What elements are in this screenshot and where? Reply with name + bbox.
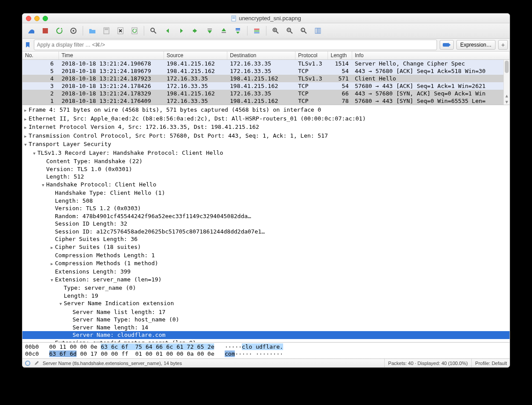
capture-options-icon[interactable] <box>67 25 80 36</box>
expand-toggle-icon[interactable] <box>22 115 29 124</box>
tree-row[interactable]: Length: 508 <box>22 197 510 205</box>
packet-row[interactable]: 62018-10-18 13:21:24.190678198.41.215.16… <box>22 60 510 67</box>
tree-label: Internet Protocol Version 4, Src: 172.16… <box>29 123 259 131</box>
col-no[interactable]: No. <box>22 51 59 59</box>
packet-row[interactable]: 42018-10-18 13:21:24.187923172.16.33.351… <box>22 75 510 82</box>
save-file-icon[interactable] <box>100 25 113 36</box>
tree-row[interactable]: Transmission Control Protocol, Src Port:… <box>22 132 510 141</box>
svg-rect-25 <box>315 28 317 33</box>
add-filter-button[interactable]: + <box>498 40 508 50</box>
tree-row[interactable]: Extension: extended_master_secret (len=0… <box>22 339 510 343</box>
tree-row[interactable]: Session ID Length: 32 <box>22 220 510 228</box>
tree-row[interactable]: Handshake Type: Client Hello (1) <box>22 189 510 197</box>
stop-capture-icon[interactable] <box>39 25 51 36</box>
colorize-icon[interactable] <box>251 25 263 36</box>
packet-details-pane[interactable]: Frame 4: 571 bytes on wire (4568 bits), … <box>22 105 510 342</box>
zoom-out-icon[interactable] <box>284 25 296 36</box>
status-profile-text[interactable]: Profile: Default <box>471 359 507 367</box>
status-field-text: Server Name (tls.handshake.extensions_se… <box>43 361 182 366</box>
expression-button[interactable]: Expression… <box>456 40 496 50</box>
tree-label: Frame 4: 571 bytes on wire (4568 bits), … <box>29 106 321 114</box>
reload-file-icon[interactable] <box>128 25 141 36</box>
packet-row[interactable]: 52018-10-18 13:21:24.189679198.41.215.16… <box>22 67 510 75</box>
tree-row[interactable]: Content Type: Handshake (22) <box>22 157 510 165</box>
apply-filter-button[interactable] <box>440 40 454 50</box>
expand-toggle-icon[interactable] <box>40 181 46 190</box>
tree-row[interactable]: Length: 512 <box>22 173 510 181</box>
expand-toggle-icon[interactable] <box>22 106 29 115</box>
packet-list-body[interactable]: 62018-10-18 13:21:24.190678198.41.215.16… <box>22 60 510 105</box>
col-info[interactable]: Info <box>352 51 510 59</box>
auto-scroll-icon[interactable] <box>232 25 244 36</box>
tree-row[interactable]: Frame 4: 571 bytes on wire (4568 bits), … <box>22 106 510 115</box>
close-file-icon[interactable] <box>114 25 127 36</box>
restart-capture-icon[interactable] <box>53 25 66 36</box>
tree-row[interactable]: Server Name: cloudflare.com <box>22 331 510 339</box>
expand-toggle-icon[interactable] <box>49 259 55 268</box>
tree-row[interactable]: Session ID: a12c7576458ade20625bc51705c8… <box>22 228 510 236</box>
expand-toggle-icon[interactable] <box>22 140 29 149</box>
tree-row[interactable]: TLSv1.3 Record Layer: Handshake Protocol… <box>22 149 510 158</box>
tree-row[interactable]: Extension: server_name (len=19) <box>22 276 510 285</box>
packet-row[interactable]: 32018-10-18 13:21:24.178426172.16.33.351… <box>22 82 510 90</box>
tree-row[interactable]: Server Name Indication extension <box>22 299 510 308</box>
scroll-down-icon[interactable]: ▼ <box>504 99 510 105</box>
go-forward-icon[interactable] <box>175 25 188 36</box>
go-first-icon[interactable] <box>204 25 216 36</box>
col-source[interactable]: Source <box>164 51 227 59</box>
go-last-icon[interactable] <box>218 25 230 36</box>
tree-row[interactable]: Transport Layer Security <box>22 140 510 149</box>
col-dest[interactable]: Destination <box>227 51 295 59</box>
go-back-icon[interactable] <box>161 25 174 36</box>
tree-row[interactable]: Type: server_name (0) <box>22 284 510 292</box>
tree-label: Type: server_name (0) <box>64 284 136 292</box>
zoom-in-icon[interactable] <box>270 25 282 36</box>
scroll-up-icon[interactable]: ▲ <box>504 92 510 99</box>
tree-row[interactable]: Extensions Length: 399 <box>22 268 510 276</box>
packet-list-scrollbar[interactable]: ▲ ▼ <box>503 60 510 105</box>
zoom-reset-icon[interactable]: 1 <box>298 25 310 36</box>
expand-toggle-icon[interactable] <box>22 123 29 132</box>
open-file-icon[interactable] <box>86 25 98 36</box>
tree-row[interactable]: Version: TLS 1.2 (0x0303) <box>22 204 510 212</box>
scrollbar-thumb[interactable] <box>505 61 509 73</box>
tree-label: Server Name: cloudflare.com <box>73 331 165 339</box>
expand-toggle-icon[interactable] <box>22 132 29 141</box>
tree-row[interactable]: Cipher Suites Length: 36 <box>22 235 510 243</box>
col-proto[interactable]: Protocol <box>295 51 328 59</box>
expand-toggle-icon[interactable] <box>58 299 64 308</box>
app-window: unencrypted_sni.pcapng 1 <box>22 13 510 368</box>
tree-row[interactable]: Random: 478b4901cf45544242f96a52eec33f11… <box>22 212 510 220</box>
tree-row[interactable]: Version: TLS 1.0 (0x0301) <box>22 165 510 173</box>
bookmark-icon[interactable] <box>24 41 31 48</box>
col-time[interactable]: Time <box>59 51 164 59</box>
expand-toggle-icon[interactable] <box>49 243 55 252</box>
packet-bytes-pane[interactable]: 00b0 00 11 00 00 0e 63 6c 6f 75 64 66 6c… <box>22 342 510 358</box>
edit-icon[interactable] <box>34 361 39 366</box>
resize-columns-icon[interactable] <box>312 25 324 36</box>
tree-row[interactable]: Server Name list length: 17 <box>22 308 510 316</box>
goto-packet-icon[interactable] <box>189 25 202 36</box>
tree-row[interactable]: Internet Protocol Version 4, Src: 172.16… <box>22 123 510 132</box>
tree-row[interactable]: Server Name length: 14 <box>22 324 510 332</box>
tree-row[interactable]: Server Name Type: host_name (0) <box>22 316 510 324</box>
shark-fin-icon[interactable] <box>25 25 37 36</box>
find-packet-icon[interactable] <box>147 25 160 36</box>
tree-row[interactable]: Length: 19 <box>22 292 510 300</box>
tree-row[interactable]: Handshake Protocol: Client Hello <box>22 181 510 190</box>
tree-row[interactable]: Ethernet II, Src: Apple_0a:ed:2c (b8:e8:… <box>22 115 510 124</box>
expand-toggle-icon[interactable] <box>49 339 55 343</box>
packet-list-header[interactable]: No. Time Source Destination Protocol Len… <box>22 51 510 60</box>
expand-toggle-icon[interactable] <box>31 149 37 158</box>
tree-spacer <box>49 197 55 205</box>
tree-row[interactable]: Cipher Suites (18 suites) <box>22 243 510 252</box>
packet-row[interactable]: 12018-10-18 13:21:24.176409172.16.33.351… <box>22 97 510 105</box>
tree-spacer <box>66 331 73 339</box>
packet-row[interactable]: 22018-10-18 13:21:24.178329198.41.215.16… <box>22 90 510 97</box>
expand-toggle-icon[interactable] <box>49 276 55 285</box>
expert-info-icon[interactable] <box>25 361 30 366</box>
tree-row[interactable]: Compression Methods Length: 1 <box>22 252 510 259</box>
tree-row[interactable]: Compression Methods (1 method) <box>22 259 510 268</box>
display-filter-input[interactable] <box>34 40 437 50</box>
col-len[interactable]: Length <box>328 51 352 59</box>
